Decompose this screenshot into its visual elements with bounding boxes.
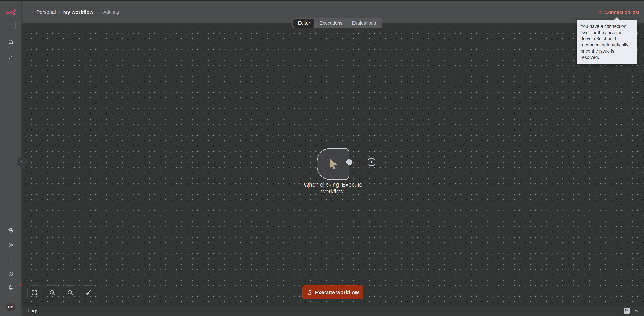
connection-lost-label: Connection lost <box>604 10 639 15</box>
project-user-icon <box>30 10 35 14</box>
breadcrumb: Personal / My workflow + Add tag <box>30 10 119 15</box>
variables-icon[interactable] <box>8 242 14 248</box>
logs-actions <box>624 308 639 314</box>
connector-line <box>352 162 368 162</box>
warning-triangle-icon <box>597 10 602 15</box>
manual-trigger-node[interactable] <box>317 148 349 180</box>
breadcrumb-project-label: Personal <box>36 10 56 15</box>
templates-package-icon[interactable] <box>8 228 14 233</box>
add-node-plus-button[interactable] <box>368 158 375 166</box>
fit-view-button[interactable] <box>27 286 41 300</box>
tidy-up-button[interactable] <box>81 286 95 300</box>
new-workflow-button[interactable] <box>6 21 16 31</box>
workflow-canvas[interactable]: When clicking ‘Execute workflow’ <box>22 23 644 305</box>
logs-title: Logs <box>28 308 38 314</box>
breadcrumb-project[interactable]: Personal <box>30 10 56 15</box>
tab-editor[interactable]: Editor <box>294 19 314 28</box>
sidebar-expand-chevron[interactable] <box>16 157 27 167</box>
tab-executions[interactable]: Executions <box>315 19 347 28</box>
execute-workflow-label: Execute workflow <box>315 290 359 296</box>
plus-icon <box>370 160 374 164</box>
node-output-connector[interactable] <box>346 159 352 165</box>
logs-collapse-chevron[interactable] <box>634 308 639 314</box>
logs-panel-bar[interactable]: Logs <box>22 305 644 316</box>
connection-lost-status[interactable]: Connection lost <box>597 10 639 15</box>
view-tabs: Editor Executions Evaluations <box>292 18 382 28</box>
zoom-in-button[interactable] <box>45 286 59 300</box>
flask-icon <box>307 290 312 295</box>
canvas-controls <box>27 286 95 300</box>
n8n-app: HB Personal / My workflow + Add tag Conn… <box>0 0 644 316</box>
user-avatar[interactable]: HB <box>6 302 15 311</box>
cursor-pointer-icon <box>326 157 340 171</box>
open-logs-window-button[interactable] <box>624 308 630 314</box>
tab-evaluations[interactable]: Evaluations <box>348 19 380 28</box>
workflow-title[interactable]: My workflow <box>63 10 94 15</box>
execute-workflow-button[interactable]: Execute workflow <box>302 286 364 300</box>
whats-new-bell-icon[interactable] <box>0 285 22 290</box>
help-icon[interactable] <box>8 271 14 276</box>
notification-dot <box>20 284 22 286</box>
breadcrumb-separator: / <box>58 10 61 15</box>
connection-lost-tooltip: You have a connection issue or the serve… <box>576 20 637 64</box>
home-icon[interactable] <box>8 39 14 44</box>
node-label: When clicking ‘Execute workflow’ <box>294 181 372 195</box>
tooltip-text: You have a connection issue or the serve… <box>580 24 628 60</box>
zoom-out-button[interactable] <box>63 286 77 300</box>
tooltip-arrow <box>614 17 619 20</box>
personal-user-icon[interactable] <box>8 54 14 60</box>
window-top-strip <box>0 0 644 1</box>
n8n-logo-icon[interactable] <box>6 8 16 15</box>
add-tag-button[interactable]: + Add tag <box>100 10 119 15</box>
chevron-right-icon <box>20 160 24 164</box>
open-in-new-icon <box>624 308 629 313</box>
chevron-up-icon <box>634 308 639 314</box>
insights-chart-icon[interactable] <box>8 256 14 262</box>
